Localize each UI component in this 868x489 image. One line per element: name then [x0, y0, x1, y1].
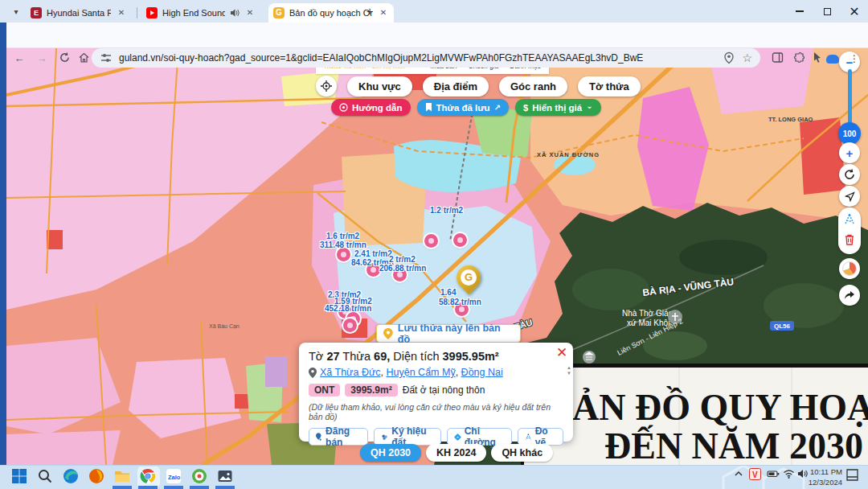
show-price-button[interactable]: $ Hiển thị giá ⌄ [515, 99, 601, 116]
zoom-in-button[interactable]: + [839, 142, 860, 163]
refresh-icon [844, 169, 855, 180]
disclaimer-note: (Dữ liệu tham khảo, vui lòng căn cứ theo… [309, 402, 563, 421]
save-parcel-button[interactable]: Lưu thửa này lên bản đồ [376, 324, 521, 343]
search-pill-khu-vuc[interactable]: Khu vực [347, 76, 412, 97]
browser-tab-2[interactable]: High End Sound Demo - Hi ✕ [141, 3, 260, 23]
file-explorer-icon[interactable] [114, 468, 132, 486]
share-button[interactable] [839, 285, 860, 306]
window-minimize-button[interactable] [786, 0, 813, 23]
save-parcel-label: Lưu thửa này lên bản đồ [398, 323, 514, 345]
reload-button[interactable] [58, 52, 71, 65]
link-commune[interactable]: Xã Thừa Đức [320, 367, 381, 378]
directions-button[interactable]: Chỉ đường [447, 428, 512, 446]
zalo-icon[interactable]: Zalo [166, 468, 183, 486]
post-sale-button[interactable]: Đăng bán [309, 428, 368, 446]
sheet-title-line1: ẢN ĐỒ QUY HOẠCH [572, 386, 868, 428]
price-label: 2.41 tr/m2 [354, 249, 392, 258]
price-label: 452.18 tr/mn [325, 304, 371, 313]
profile-avatar[interactable] [826, 51, 841, 66]
popup-scroll-spinner[interactable]: ▲▼ [565, 365, 573, 376]
sheet-title-line2: ĐẾN NĂM 2030 [604, 425, 863, 465]
running-indicator [215, 486, 235, 489]
link-province[interactable]: Đồng Nai [461, 367, 503, 378]
browser-tab-1[interactable]: E Hyundai Santa Fe máy dầu cũ g ✕ [26, 3, 132, 23]
edge-icon[interactable] [63, 468, 80, 486]
tab-close-icon[interactable]: ✕ [378, 7, 389, 18]
youtube-favicon [146, 7, 158, 18]
photos-icon[interactable] [217, 468, 235, 486]
locate-button[interactable] [316, 76, 337, 97]
taskbar-search-button[interactable] [37, 468, 55, 486]
price-marker[interactable] [424, 234, 438, 248]
screen: ẢN ĐỒ QUY HOẠCH ĐẾN NĂM 2030 XÃ XUÂN ĐƯỜ… [0, 0, 868, 489]
plan-tab-qh2030[interactable]: QH 2030 [360, 444, 421, 462]
pill-label: Địa điểm [434, 80, 477, 92]
tab-title: High End Sound Demo - Hi [162, 8, 225, 18]
refresh-button[interactable] [839, 164, 860, 185]
parcel-title: Tờ 27 Thửa 69, Diện tích 3995.95m² [309, 350, 563, 363]
tab-audio-icon[interactable] [230, 8, 240, 18]
battery-icon[interactable] [767, 468, 780, 483]
share-arrow-icon [844, 290, 855, 301]
price-label: 1.64 [440, 288, 456, 297]
tab-label: KH 2024 [436, 447, 476, 458]
firefox-icon[interactable] [88, 468, 106, 486]
search-pill-dia-diem[interactable]: Địa điểm [423, 76, 489, 97]
price-marker[interactable] [453, 233, 467, 247]
measure-tool-button[interactable] [842, 212, 857, 230]
wifi-icon[interactable] [783, 468, 795, 483]
coccoc-icon[interactable] [191, 468, 209, 486]
chrome-icon[interactable] [140, 468, 158, 486]
plan-tab-kh2024[interactable]: KH 2024 [426, 444, 486, 462]
home-button[interactable] [77, 52, 90, 65]
pin-icon [383, 328, 393, 339]
downloads-button[interactable] [810, 51, 825, 66]
tab-close-icon[interactable]: ✕ [244, 7, 256, 18]
forward-button[interactable]: → [35, 52, 48, 65]
delete-tool-button[interactable] [844, 233, 855, 249]
dollar-icon: $ [523, 103, 528, 113]
window-maximize-button[interactable] [813, 0, 841, 23]
svg-text:QL56: QL56 [774, 323, 791, 330]
guland-marker-letter: G [461, 269, 477, 286]
tray-expand-chevron[interactable] [733, 468, 744, 483]
my-location-button[interactable] [839, 186, 860, 207]
label-town: TT. LONG GIAO [768, 116, 813, 123]
puzzle-icon [792, 51, 805, 64]
new-tab-button[interactable]: + [363, 5, 376, 18]
url-text: guland.vn/soi-quy-hoach?gad_source=1&gcl… [119, 52, 716, 64]
link-district[interactable]: Huyện Cẩm Mỹ [387, 367, 456, 378]
land-symbols-button[interactable]: Ký hiệu đất [374, 428, 440, 446]
start-button[interactable] [11, 468, 29, 486]
notification-center-button[interactable] [845, 468, 859, 485]
saved-parcels-button[interactable]: Thửa đã lưu ↗ [417, 99, 510, 116]
tab-search-chevron[interactable]: ▾ [10, 6, 23, 18]
unikey-icon[interactable]: V [749, 468, 761, 483]
price-marker[interactable] [337, 248, 350, 261]
pill-label: Tờ thửa [589, 80, 629, 92]
map-style-button[interactable] [839, 258, 860, 279]
geolocation-icon[interactable] [723, 51, 735, 64]
guide-button[interactable]: Hướng dẫn [331, 99, 411, 116]
search-pill-to-thua[interactable]: Tờ thửa [578, 76, 641, 97]
price-marker[interactable] [343, 318, 357, 332]
taskbar-clock[interactable]: 10:11 PM 12/3/2024 [804, 466, 842, 487]
window-close-button[interactable]: ✕ [841, 0, 868, 23]
address-bar[interactable]: guland.vn/soi-quy-hoach?gad_source=1&gcl… [92, 48, 760, 68]
compass-icon [842, 212, 857, 227]
browser-menu-button[interactable]: ⋮ [847, 51, 862, 66]
extensions-button[interactable] [791, 51, 805, 66]
guland-favicon: G [273, 7, 285, 18]
zoom-level-indicator[interactable]: 100 [838, 122, 861, 145]
svg-text:V: V [752, 471, 758, 479]
popup-close-button[interactable]: ✕ [556, 344, 567, 361]
measure-button[interactable]: Đo vẽ [518, 428, 563, 446]
back-button[interactable]: ← [13, 52, 26, 65]
bookmark-star-icon[interactable]: ☆ [742, 51, 752, 64]
side-panel-button[interactable] [770, 51, 784, 66]
cursor-icon [812, 51, 823, 64]
tab-close-icon[interactable]: ✕ [116, 7, 127, 18]
land-type-text: Đất ở tại nông thôn [403, 384, 485, 396]
search-pill-goc-ranh[interactable]: Góc ranh [499, 76, 567, 97]
plan-tab-qh-khac[interactable]: QH khác [491, 444, 553, 462]
